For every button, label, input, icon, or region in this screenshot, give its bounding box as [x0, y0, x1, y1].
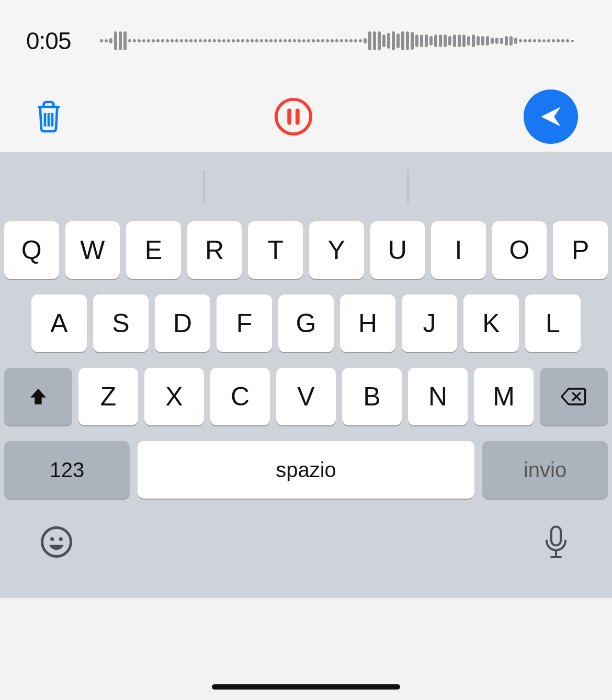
suggestion-slot[interactable] — [0, 170, 203, 207]
waveform-bar — [396, 33, 400, 48]
key-q[interactable]: Q — [4, 221, 59, 279]
key-p[interactable]: P — [553, 221, 608, 279]
waveform-bar — [547, 39, 550, 42]
key-w[interactable]: W — [65, 221, 120, 279]
svg-rect-1 — [287, 108, 291, 125]
waveform-bar — [293, 39, 296, 42]
waveform — [100, 30, 594, 51]
waveform-bar — [236, 39, 240, 42]
waveform-bar — [260, 39, 263, 42]
waveform-bar — [232, 39, 235, 42]
waveform-bar — [213, 39, 216, 42]
waveform-bar — [364, 38, 367, 43]
keyboard-row: ASDFGHJKL — [0, 295, 612, 352]
waveform-bar — [321, 39, 324, 42]
waveform-bar — [406, 31, 409, 50]
waveform-bar — [100, 39, 103, 42]
shift-key[interactable] — [4, 368, 72, 425]
key-m[interactable]: M — [474, 368, 534, 425]
key-g[interactable]: G — [278, 295, 334, 352]
waveform-bar — [208, 39, 211, 42]
key-z[interactable]: Z — [78, 368, 138, 425]
key-o[interactable]: O — [492, 221, 547, 279]
waveform-bar — [128, 39, 131, 42]
waveform-bar — [359, 39, 362, 42]
key-f[interactable]: F — [217, 295, 272, 352]
key-i[interactable]: I — [431, 221, 486, 279]
key-b[interactable]: B — [342, 368, 402, 425]
keyboard-bottom-row: 123 spazio invio — [0, 441, 612, 499]
waveform-bar — [119, 31, 122, 50]
key-d[interactable]: D — [155, 295, 210, 352]
enter-key[interactable]: invio — [482, 441, 608, 499]
waveform-bar — [420, 35, 423, 47]
key-j[interactable]: J — [402, 295, 457, 352]
key-l[interactable]: L — [525, 295, 581, 352]
waveform-bar — [486, 36, 489, 46]
waveform-bar — [109, 38, 112, 43]
backspace-key[interactable] — [540, 368, 608, 425]
home-indicator — [212, 684, 400, 690]
send-recording-button[interactable] — [524, 89, 578, 144]
suggestion-slot[interactable] — [409, 170, 612, 207]
waveform-bar — [538, 39, 541, 42]
svg-point-5 — [59, 537, 63, 541]
waveform-bar — [552, 39, 555, 42]
waveform-bar — [439, 35, 442, 47]
key-c[interactable]: C — [210, 368, 270, 425]
key-k[interactable]: K — [463, 295, 519, 352]
waveform-bar — [241, 39, 244, 42]
waveform-bar — [354, 39, 357, 42]
key-r[interactable]: R — [187, 221, 242, 279]
suggestion-slot[interactable] — [205, 170, 408, 207]
waveform-bar — [467, 36, 470, 46]
waveform-bar — [171, 39, 174, 42]
waveform-bar — [458, 35, 461, 47]
waveform-bar — [340, 39, 343, 42]
waveform-bar — [387, 33, 390, 49]
waveform-bar — [274, 39, 277, 42]
waveform-bar — [218, 39, 221, 42]
dictation-button[interactable] — [542, 525, 570, 563]
waveform-bar — [500, 38, 503, 44]
waveform-bar — [316, 39, 320, 42]
waveform-bar — [265, 39, 268, 42]
key-h[interactable]: H — [340, 295, 395, 352]
svg-rect-6 — [551, 527, 561, 546]
svg-rect-2 — [296, 108, 300, 125]
key-y[interactable]: Y — [309, 221, 364, 279]
waveform-bar — [533, 39, 536, 42]
waveform-bar — [326, 39, 329, 42]
keyboard-footer — [0, 517, 612, 598]
waveform-bar — [434, 35, 437, 47]
delete-recording-button[interactable] — [34, 99, 63, 134]
waveform-bar — [166, 39, 169, 42]
waveform-bar — [161, 39, 164, 42]
svg-point-0 — [276, 99, 311, 133]
waveform-bar — [495, 38, 498, 44]
waveform-bar — [425, 35, 428, 47]
key-n[interactable]: N — [408, 368, 468, 425]
emoji-button[interactable] — [39, 525, 74, 561]
waveform-bar — [133, 39, 136, 42]
waveform-bar — [284, 39, 287, 42]
waveform-bar — [222, 39, 225, 42]
key-u[interactable]: U — [370, 221, 425, 279]
waveform-bar — [312, 39, 315, 42]
key-a[interactable]: A — [31, 295, 87, 352]
key-s[interactable]: S — [93, 295, 149, 352]
space-key[interactable]: spazio — [138, 441, 474, 499]
key-e[interactable]: E — [126, 221, 181, 279]
waveform-bar — [105, 39, 108, 42]
key-x[interactable]: X — [144, 368, 204, 425]
key-v[interactable]: V — [276, 368, 336, 425]
waveform-bar — [175, 39, 178, 42]
waveform-bar — [444, 35, 447, 47]
key-t[interactable]: T — [248, 221, 303, 279]
waveform-bar — [481, 36, 484, 46]
waveform-bar — [462, 35, 466, 47]
waveform-bar — [227, 39, 230, 42]
waveform-bar — [335, 39, 338, 42]
pause-recording-button[interactable] — [273, 96, 314, 137]
numbers-key[interactable]: 123 — [4, 441, 130, 499]
